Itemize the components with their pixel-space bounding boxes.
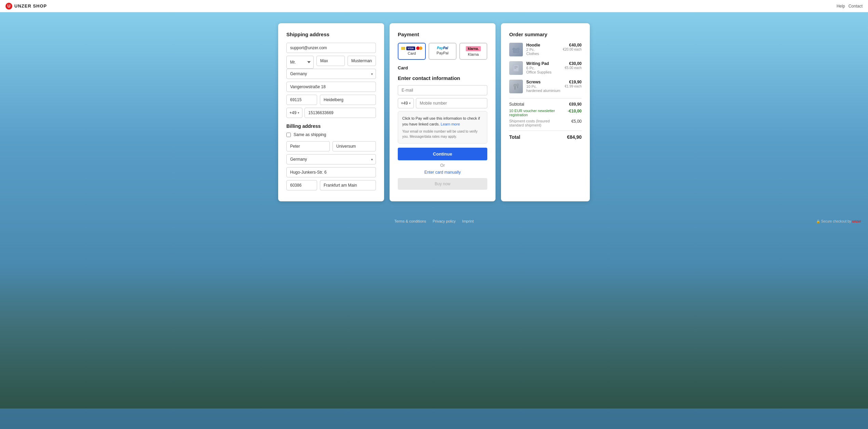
chevron-down-icon: ▾ — [371, 72, 376, 76]
paypal-icon: PayPal — [437, 46, 448, 50]
secure-label: Secure checkout by — [821, 219, 851, 223]
last-name-field[interactable] — [348, 56, 376, 66]
chip-icon — [401, 47, 405, 50]
billing-street[interactable] — [286, 167, 376, 177]
logo-icon: U — [5, 3, 12, 10]
screws-svg — [511, 81, 521, 92]
billing-section: Billing address Same as shipping Germany… — [286, 123, 376, 193]
learn-more-link[interactable]: Learn more — [441, 122, 460, 126]
street-field[interactable] — [286, 82, 376, 92]
shipping-panel: Shipping address Mr. Mrs. Ms. Dr. German… — [278, 23, 384, 201]
country-select[interactable]: Germany Austria Switzerland — [287, 69, 371, 79]
pad-price: €30,00 — [565, 61, 582, 66]
same-as-shipping-label[interactable]: Same as shipping — [294, 132, 326, 137]
continue-button[interactable]: Continue — [398, 148, 487, 160]
payment-title: Payment — [398, 31, 487, 37]
pad-image — [509, 61, 523, 75]
shipping-title: Shipping address — [286, 31, 376, 37]
email-field[interactable] — [286, 43, 376, 53]
card-tab-icons: VISA — [401, 46, 422, 50]
or-divider: Or — [398, 163, 487, 168]
payment-phone-prefix[interactable]: +49 ▾ — [398, 98, 414, 108]
tab-card[interactable]: VISA Card — [398, 43, 426, 60]
city-field[interactable] — [320, 95, 376, 105]
total-divider — [509, 131, 582, 131]
phone-prefix-select[interactable]: +49 ▾ — [286, 108, 302, 118]
billing-name-row — [286, 141, 376, 154]
tab-klarna[interactable]: klarna. Klarna — [459, 43, 487, 60]
hoodie-image — [509, 43, 523, 56]
screws-info: Screws 10 Pc. hardened aluminium — [526, 80, 561, 93]
klarna-icon: klarna. — [466, 46, 481, 51]
billing-last-name[interactable] — [333, 141, 376, 151]
same-as-shipping-row: Same as shipping — [286, 132, 376, 137]
billing-first-name[interactable] — [286, 141, 330, 151]
svg-point-4 — [514, 84, 516, 87]
chevron-down-icon: ▾ — [298, 111, 299, 115]
billing-country-select[interactable]: Germany Austria Switzerland — [287, 155, 371, 164]
first-name-field[interactable] — [316, 56, 345, 66]
phone-field[interactable] — [304, 108, 376, 118]
screws-name: Screws — [526, 80, 561, 84]
salutation-select[interactable]: Mr. Mrs. Ms. Dr. — [286, 56, 314, 69]
payment-phone-prefix-value: +49 — [401, 101, 408, 106]
main-content: Shipping address Mr. Mrs. Ms. Dr. German… — [212, 12, 656, 215]
imprint-link[interactable]: Imprint — [462, 219, 474, 223]
voucher-value: -€10,00 — [568, 109, 582, 117]
screws-each: €1.99 each — [565, 84, 582, 88]
payment-phone-row: +49 ▾ — [398, 98, 487, 108]
pad-name: Writing Pad — [526, 61, 561, 66]
help-link[interactable]: Help — [837, 4, 845, 9]
shipment-label: Shipment costs (Insured standard shipmen… — [509, 119, 557, 127]
tab-paypal[interactable]: PayPal PayPal — [429, 43, 457, 60]
paypal-tab-icons: PayPal — [437, 46, 448, 50]
logo-area: U UNZER SHOP — [5, 3, 47, 10]
mastercard-icon — [416, 46, 422, 50]
order-divider — [509, 98, 582, 98]
country-row: Germany Austria Switzerland ▾ — [286, 69, 376, 79]
billing-city[interactable] — [320, 180, 376, 190]
click-to-pay-box: Click to Pay will use this information t… — [398, 111, 487, 144]
hoodie-price-col: €40,00 €20.00 each — [563, 43, 582, 51]
subtotal-value: €89,90 — [569, 102, 582, 107]
hoodie-category: Clothes — [526, 52, 559, 56]
pad-category: Office Supplies — [526, 70, 561, 74]
hoodie-svg — [511, 44, 521, 55]
screws-qty: 10 Pc. — [526, 84, 561, 89]
screws-image — [509, 80, 523, 93]
shop-name: UNZER SHOP — [14, 3, 47, 9]
billing-zip-city-row — [286, 180, 376, 193]
zip-field[interactable] — [286, 95, 317, 105]
hoodie-name: Hoodie — [526, 43, 559, 48]
hoodie-price: €40,00 — [563, 43, 582, 48]
voucher-row: 10 EUR voucher newsletter registration -… — [509, 109, 582, 117]
buy-now-button[interactable]: Buy now — [398, 178, 487, 190]
unzer-logo: unzer — [852, 219, 861, 223]
name-row: Mr. Mrs. Ms. Dr. — [286, 56, 376, 69]
zip-city-row — [286, 95, 376, 108]
terms-link[interactable]: Terms & conditions — [394, 219, 426, 223]
subtotal-row: Subtotal €89,90 — [509, 102, 582, 107]
payment-mobile-field[interactable] — [416, 98, 487, 108]
pad-qty: 6 Pc. — [526, 66, 561, 70]
pad-each: €5.00 each — [565, 66, 582, 70]
card-section-title: Card — [398, 65, 487, 70]
phone-row: +49 ▾ — [286, 108, 376, 118]
payment-tabs: VISA Card PayPal PayPal klarna. Klarna — [398, 43, 487, 60]
order-panel: Order summary Hoodie 2 Pc. Clothes €40,0… — [501, 23, 590, 201]
pad-svg — [511, 63, 521, 73]
enter-card-link[interactable]: Enter card manually — [398, 170, 487, 175]
subtotal-label: Subtotal — [509, 102, 524, 107]
hoodie-qty: 2 Pc. — [526, 48, 559, 52]
screws-price-col: €19,90 €1.99 each — [565, 80, 582, 88]
svg-rect-0 — [513, 65, 519, 71]
payment-email-field[interactable] — [398, 85, 487, 95]
billing-zip[interactable] — [286, 180, 317, 190]
shipment-row: Shipment costs (Insured standard shipmen… — [509, 119, 582, 127]
same-as-shipping-checkbox[interactable] — [286, 133, 291, 137]
voucher-label: 10 EUR voucher newsletter registration — [509, 109, 557, 117]
pad-price-col: €30,00 €5.00 each — [565, 61, 582, 70]
secure-checkout: 🔒 Secure checkout by unzer — [816, 219, 861, 223]
privacy-link[interactable]: Privacy policy — [433, 219, 456, 223]
contact-link[interactable]: Contact — [849, 4, 863, 9]
